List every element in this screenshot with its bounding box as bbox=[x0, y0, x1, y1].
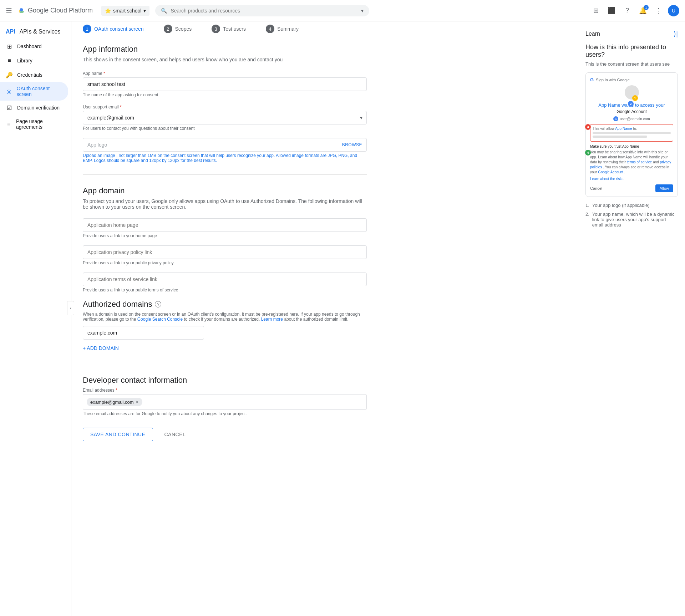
brand-logo: Google Cloud Platform bbox=[18, 7, 93, 14]
app-name-group: App name * The name of the app asking fo… bbox=[83, 71, 367, 97]
step-1: 1 OAuth consent screen bbox=[83, 25, 144, 33]
user-support-hint: For users to contact you with questions … bbox=[83, 126, 367, 131]
preview-google-account: Google Account bbox=[590, 109, 673, 114]
sidebar-collapse-button[interactable]: ‹ bbox=[67, 301, 74, 315]
badge-1-position: 1 bbox=[632, 95, 638, 101]
dev-contact-title: Developer contact information bbox=[83, 376, 367, 385]
preview-header-text: Sign in with Google bbox=[596, 78, 630, 82]
terms-link[interactable]: terms of service bbox=[627, 160, 652, 164]
chip-close-button[interactable]: × bbox=[136, 399, 139, 405]
privacy-input[interactable] bbox=[83, 245, 367, 259]
email-label: Email addresses * bbox=[83, 388, 367, 393]
app-domain-title: App domain bbox=[83, 186, 367, 195]
developer-contact-section: Developer contact information Email addr… bbox=[83, 376, 367, 416]
email-hint: These email addresses are for Google to … bbox=[83, 411, 367, 416]
sidebar-item-oauth[interactable]: ◎ OAuth consent screen bbox=[0, 82, 68, 101]
right-panel: Learn ⟩| How is this info presented to u… bbox=[578, 21, 685, 595]
sidebar-item-domain[interactable]: ☑ Domain verification bbox=[0, 101, 68, 115]
app-name-input[interactable] bbox=[83, 77, 367, 91]
sidebar-item-dashboard[interactable]: ⊞ Dashboard bbox=[0, 39, 68, 54]
logo-browse-button[interactable]: BROWSE bbox=[342, 142, 362, 147]
bottom-actions: SAVE AND CONTINUE CANCEL bbox=[83, 428, 367, 455]
close-panel-button[interactable]: ⟩| bbox=[674, 30, 678, 38]
notification-icon[interactable]: 🔔 bbox=[636, 4, 649, 17]
terms-hint: Provide users a link to your public term… bbox=[83, 287, 367, 292]
step-4-label[interactable]: Summary bbox=[277, 26, 299, 32]
api-badge: API bbox=[6, 29, 15, 35]
app-domain-desc: To protect you and your users, Google on… bbox=[83, 198, 367, 210]
help-icon-button[interactable]: ? bbox=[155, 301, 161, 307]
email-chip-input[interactable]: example@gmail.com × bbox=[83, 394, 367, 410]
logo-hint-link[interactable]: image bbox=[103, 153, 115, 158]
preview-learn-risks[interactable]: Learn about the risks bbox=[590, 177, 673, 181]
logo-upload-area: App logo BROWSE bbox=[83, 138, 367, 152]
avatar[interactable]: U bbox=[668, 5, 679, 16]
step-3-number: 3 bbox=[215, 26, 217, 32]
sidebar-item-page-usage[interactable]: ≡ Page usage agreements bbox=[0, 115, 68, 133]
learn-item-2-text: Your app name, which will be a dynamic l… bbox=[592, 212, 678, 228]
step-connector-3 bbox=[249, 29, 263, 29]
terms-input[interactable] bbox=[83, 273, 367, 286]
app-name-label-text: App name bbox=[83, 71, 102, 76]
email-label-text: Email addresses bbox=[83, 388, 115, 393]
add-domain-button[interactable]: + ADD DOMAIN bbox=[83, 344, 119, 352]
project-selector[interactable]: ⭐ smart school ▾ bbox=[101, 6, 149, 16]
app-logo-group: App logo BROWSE Upload an image , not la… bbox=[83, 138, 367, 163]
more-options-icon[interactable]: ⋮ bbox=[652, 4, 665, 17]
logo-hint-2: , not larger than 1MB on the consent scr… bbox=[83, 153, 357, 163]
learn-item-2: 2. Your app name, which will be a dynami… bbox=[585, 212, 678, 228]
step-2-label[interactable]: Scopes bbox=[175, 26, 192, 32]
google-search-console-link[interactable]: Google Search Console bbox=[137, 317, 183, 322]
step-2-circle: 2 bbox=[164, 25, 172, 33]
email-group: Email addresses * example@gmail.com × Th… bbox=[83, 388, 367, 416]
step-1-label[interactable]: OAuth consent screen bbox=[94, 26, 144, 32]
auth-domains-title: Authorized domains bbox=[83, 300, 152, 309]
learn-item-2-num: 2. bbox=[585, 212, 589, 217]
cloud-shell-icon[interactable]: ⬛ bbox=[605, 4, 618, 17]
google-account-link[interactable]: Google Account bbox=[598, 170, 623, 174]
user-support-select[interactable]: example@gmail.com bbox=[83, 111, 367, 124]
home-page-input[interactable] bbox=[83, 218, 367, 232]
preview-allow-button[interactable]: Allow bbox=[655, 184, 673, 192]
apps-icon[interactable]: ⊞ bbox=[589, 4, 602, 17]
user-support-select-wrap: example@gmail.com ▾ bbox=[83, 111, 367, 124]
app-name-label: App name * bbox=[83, 71, 367, 76]
sidebar-label-domain: Domain verification bbox=[17, 105, 60, 111]
learn-item-1-text: Your app logo (if applicable) bbox=[592, 203, 650, 208]
preview-cancel-button[interactable]: Cancel bbox=[590, 186, 602, 190]
auth-domains-desc: When a domain is used on the consent scr… bbox=[83, 312, 367, 322]
search-input[interactable] bbox=[171, 8, 357, 14]
main-content: Edit app registration 1 OAuth consent sc… bbox=[71, 0, 578, 595]
badge-1: 1 bbox=[632, 95, 638, 101]
menu-icon[interactable]: ☰ bbox=[6, 6, 12, 15]
sidebar-label-oauth: OAuth consent screen bbox=[17, 86, 62, 97]
preview-app-name-text: App Name bbox=[598, 102, 620, 108]
step-3-label[interactable]: Test users bbox=[223, 26, 246, 32]
library-icon: ≡ bbox=[6, 57, 13, 64]
learn-item-1: 1. Your app logo (if applicable) bbox=[585, 203, 678, 208]
learn-item-1-num: 1. bbox=[585, 203, 589, 208]
terms-group: Provide users a link to your public term… bbox=[83, 273, 367, 292]
cancel-button[interactable]: CANCEL bbox=[157, 428, 193, 441]
trust-text-container: 4 You may be sharing sensitive info with… bbox=[590, 150, 673, 175]
top-navigation: ☰ Google Cloud Platform ⭐ smart school ▾… bbox=[0, 0, 685, 21]
sidebar-label-credentials: Credentials bbox=[17, 72, 42, 78]
learn-question: How is this info presented to users? bbox=[585, 44, 678, 58]
sidebar-label-dashboard: Dashboard bbox=[17, 44, 42, 49]
domain-input[interactable] bbox=[83, 326, 204, 340]
preview-user-email: user@domain.com bbox=[620, 117, 650, 121]
sidebar-header: API APIs & Services bbox=[0, 24, 71, 39]
google-cloud-icon bbox=[18, 7, 25, 14]
logo-upload-label: App logo bbox=[87, 142, 342, 148]
user-support-label-text: User support email bbox=[83, 105, 119, 110]
save-continue-button[interactable]: SAVE AND CONTINUE bbox=[83, 428, 153, 441]
project-icon: ⭐ bbox=[105, 8, 111, 14]
privacy-group: Provide users a link to your public priv… bbox=[83, 245, 367, 265]
learn-more-link[interactable]: Learn more bbox=[261, 317, 283, 322]
step-2: 2 Scopes bbox=[164, 25, 192, 33]
help-icon[interactable]: ? bbox=[621, 4, 634, 17]
sidebar-item-library[interactable]: ≡ Library bbox=[0, 54, 68, 68]
app-info-title: App information bbox=[83, 45, 367, 54]
logo-hint: Upload an image , not larger than 1MB on… bbox=[83, 153, 367, 163]
sidebar-item-credentials[interactable]: 🔑 Credentials bbox=[0, 68, 68, 82]
